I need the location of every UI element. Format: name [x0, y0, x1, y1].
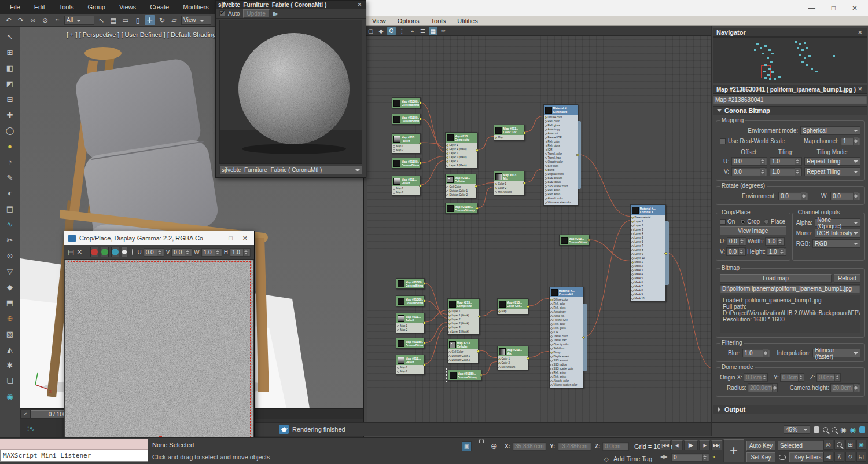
selection-filter-dropdown[interactable]: All — [64, 16, 94, 25]
slate-select-icon[interactable]: ▢ — [366, 27, 375, 35]
navigator-header[interactable]: Navigator ✕ — [713, 28, 867, 37]
node-input-slot[interactable]: Color 2 — [498, 361, 528, 365]
transform-gizmo-icon[interactable]: ⊕ — [491, 441, 498, 451]
delete-icon[interactable]: ✕ — [76, 248, 82, 256]
left-tool-gear-icon[interactable]: ⊕ — [2, 310, 17, 326]
origin-z-field[interactable]: 0.0cm — [816, 373, 841, 382]
node-input-slot[interactable]: Refl. gloss — [544, 123, 578, 127]
slot-socket-icon[interactable] — [545, 198, 547, 200]
node-input-slot[interactable]: Refr. aniso — [550, 375, 583, 379]
field-of-view-icon[interactable]: ◀ — [823, 452, 833, 462]
node-input-slot[interactable]: Fresnel IOR — [550, 318, 583, 322]
crop-radio[interactable] — [740, 219, 745, 224]
slot-socket-icon[interactable] — [631, 253, 634, 255]
menu-item-group[interactable]: Group — [81, 2, 112, 12]
node-input-slot[interactable]: Transl. frac. — [544, 156, 578, 160]
left-tool-cut-icon[interactable]: ✂ — [2, 232, 17, 247]
material-node-n18[interactable]: Map #213...FalloffMap 1Map 2 — [396, 355, 425, 375]
node-input-slot[interactable]: Refl. aniso — [550, 371, 583, 375]
slot-socket-icon[interactable] — [550, 339, 553, 342]
corona-bitmap-rollout[interactable]: Corona Bitmap — [713, 106, 867, 115]
orbit-icon[interactable]: ↻ — [845, 452, 855, 462]
slot-socket-icon[interactable] — [446, 156, 448, 159]
material-node-n4[interactable]: Map #21380...CoronaBitmap — [392, 158, 421, 169]
node-input-slot[interactable]: Opacity color — [550, 342, 583, 346]
node-input-slot[interactable]: SSS amount — [550, 359, 583, 363]
maxscript-mini-listener[interactable]: MAXScript Mini Listener — [0, 450, 148, 462]
node-input-slot[interactable]: Refr. gloss — [544, 144, 578, 148]
slot-socket-icon[interactable] — [550, 356, 553, 358]
node-input-slot[interactable]: Layer 2 — [631, 224, 665, 228]
slot-socket-icon[interactable] — [631, 245, 634, 247]
slot-socket-icon[interactable] — [545, 141, 547, 143]
node-graph-canvas[interactable]: Map #21380...CoronaBitmapMap #21380...Co… — [367, 36, 711, 422]
corona-preview-close-icon[interactable]: ✕ — [355, 2, 363, 8]
set-key-button[interactable]: Set Key — [746, 452, 775, 462]
slot-socket-icon[interactable] — [631, 261, 634, 264]
save-image-icon[interactable]: ▤ — [68, 248, 74, 256]
node-output-socket-icon[interactable] — [587, 239, 590, 242]
material-node-n16[interactable]: Map #213...FalloffMap 1Map 2 — [396, 313, 425, 333]
slot-socket-icon[interactable] — [631, 273, 634, 276]
left-tool-frame-icon[interactable]: ❏ — [2, 373, 17, 388]
node-output-socket-icon[interactable] — [419, 142, 422, 145]
node-input-slot[interactable]: Map — [494, 136, 524, 140]
node-input-slot[interactable]: SSS scatter color — [550, 367, 583, 371]
node-input-slot[interactable]: Fresnel IOR — [544, 136, 578, 140]
pan-to-selected-icon[interactable] — [859, 426, 865, 433]
slot-socket-icon[interactable] — [446, 165, 448, 167]
node-input-slot[interactable]: Division Color 1 — [448, 354, 478, 358]
slot-socket-icon[interactable] — [631, 290, 634, 292]
slot-socket-icon[interactable] — [550, 352, 553, 354]
menu-item-views[interactable]: Views — [113, 2, 142, 12]
next-key-button[interactable]: |▶ — [699, 440, 710, 450]
slot-socket-icon[interactable] — [545, 120, 547, 123]
node-output-socket-icon[interactable] — [423, 299, 426, 302]
left-tool-target-icon[interactable]: ⊙ — [2, 248, 17, 263]
unlink-selection-icon[interactable]: ⊘ — [40, 15, 50, 25]
material-preview-viewport[interactable] — [219, 20, 362, 164]
crop-u-field[interactable]: 0.0 — [144, 248, 164, 257]
z-coord-field[interactable]: 0.0cm — [602, 442, 629, 451]
place-radio[interactable] — [764, 219, 769, 224]
slate-grid-icon[interactable]: ▦ — [429, 27, 437, 35]
node-input-slot[interactable]: Layer 9 — [631, 252, 665, 256]
slot-socket-icon[interactable] — [545, 202, 547, 204]
node-input-slot[interactable]: Division Color 2 — [448, 358, 478, 362]
slot-socket-icon[interactable] — [545, 185, 547, 188]
left-tool-circle-icon[interactable]: ◯ — [2, 123, 17, 138]
material-node-n10[interactable]: Map #21380...CoronaBitmap — [445, 203, 477, 214]
node-input-slot[interactable]: Self-illum — [544, 164, 578, 168]
slot-socket-icon[interactable] — [631, 249, 634, 251]
slot-socket-icon[interactable] — [397, 325, 399, 327]
node-input-slot[interactable]: Aniso rot. — [544, 131, 578, 136]
slot-socket-icon[interactable] — [631, 233, 634, 235]
slot-socket-icon[interactable] — [631, 298, 634, 300]
material-node-n17[interactable]: Map #21380...CoronaBitmap — [396, 338, 425, 349]
node-input-slot[interactable]: Refl. gloss — [550, 306, 583, 310]
slot-socket-icon[interactable] — [550, 311, 553, 313]
left-tool-corner-icon[interactable]: ◩ — [2, 76, 17, 91]
node-input-slot[interactable]: Color 1 — [498, 357, 528, 361]
slot-socket-icon[interactable] — [393, 149, 395, 152]
node-output-socket-icon[interactable] — [523, 182, 526, 185]
slate-wand-icon[interactable]: ✑ — [439, 27, 448, 35]
node-input-slot[interactable]: Transl. frac. — [550, 338, 583, 342]
select-and-link-icon[interactable]: ∞ — [28, 15, 38, 25]
node-input-slot[interactable]: Mask 3 — [631, 268, 665, 272]
zoom-extents-icon[interactable]: ◉ — [840, 426, 846, 434]
slot-socket-icon[interactable] — [631, 294, 634, 296]
select-and-scale-icon[interactable]: ▱ — [169, 15, 179, 25]
crop-region-outline[interactable] — [68, 261, 251, 437]
slot-socket-icon[interactable] — [545, 169, 547, 171]
slot-socket-icon[interactable] — [550, 360, 553, 362]
macro-recorder-pane[interactable] — [0, 439, 148, 450]
origin-x-field[interactable]: 0.0cm — [744, 373, 768, 382]
slot-socket-icon[interactable] — [545, 153, 547, 155]
slot-socket-icon[interactable] — [448, 323, 451, 325]
node-input-slot[interactable]: Layer 3 (Mask) — [446, 163, 477, 167]
render-teapot-icon[interactable] — [279, 425, 289, 434]
bitmap-path-field[interactable]: D:\poliform ipanema\poliform_ipanema_bum… — [720, 284, 860, 293]
slot-socket-icon[interactable] — [550, 368, 553, 370]
node-input-slot[interactable]: Absorb. color — [544, 196, 578, 200]
